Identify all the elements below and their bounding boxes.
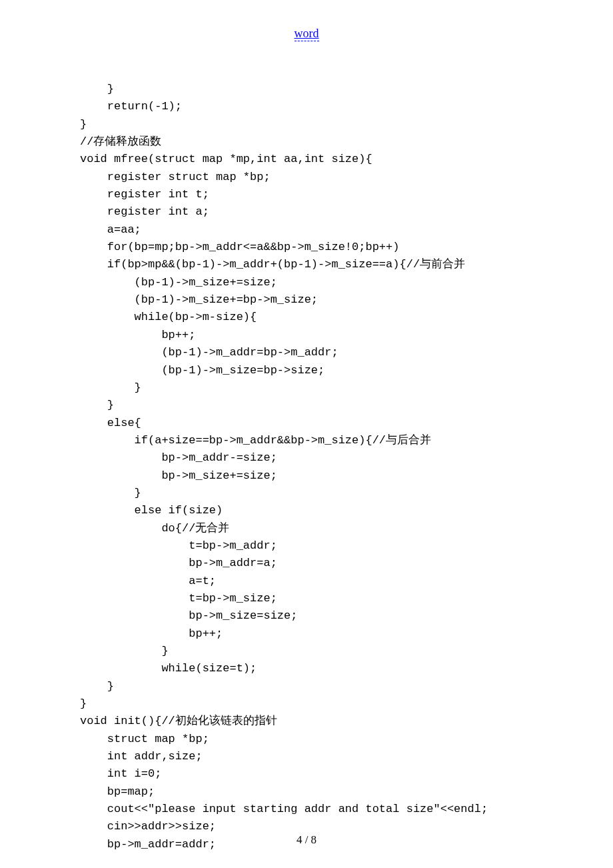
document-page: word } return(-1); } //存储释放函数 void mfree… [0, 0, 613, 868]
header-link[interactable]: word [295, 27, 319, 41]
code-content: } return(-1); } //存储释放函数 void mfree(stru… [80, 81, 533, 853]
page-header: word [80, 27, 533, 41]
page-number: 4 / 8 [297, 833, 316, 846]
page-footer: 4 / 8 [0, 833, 613, 847]
